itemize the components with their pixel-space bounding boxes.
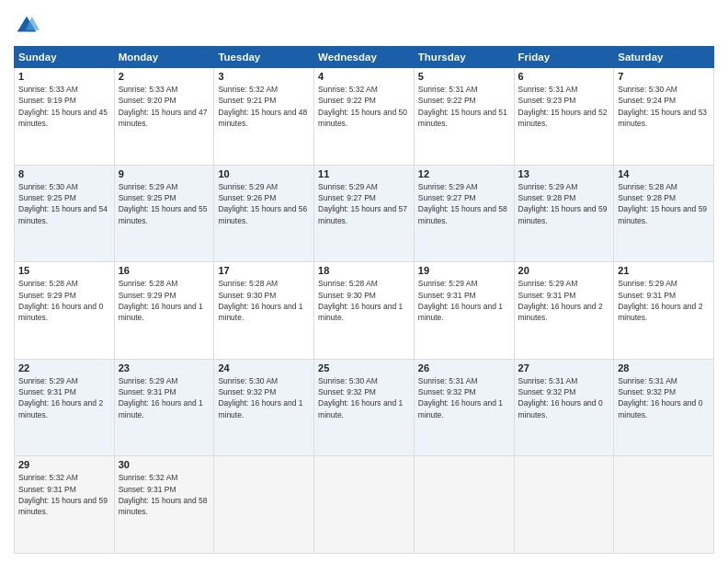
day-number: 6 [518, 71, 610, 82]
day-info: Sunrise: 5:29 AMSunset: 9:31 PMDaylight:… [518, 278, 610, 323]
calendar-cell: 26Sunrise: 5:31 AMSunset: 9:32 PMDayligh… [414, 359, 514, 456]
day-number: 17 [218, 265, 310, 276]
day-number: 19 [418, 265, 510, 276]
day-number: 22 [18, 362, 110, 373]
calendar-cell: 30Sunrise: 5:32 AMSunset: 9:31 PMDayligh… [114, 456, 214, 554]
day-number: 12 [418, 168, 510, 179]
day-info: Sunrise: 5:29 AMSunset: 9:31 PMDaylight:… [18, 375, 110, 420]
calendar-week-5: 29Sunrise: 5:32 AMSunset: 9:31 PMDayligh… [15, 456, 714, 554]
calendar-week-2: 8Sunrise: 5:30 AMSunset: 9:25 PMDaylight… [15, 165, 714, 262]
day-number: 25 [318, 362, 410, 373]
calendar-cell: 18Sunrise: 5:28 AMSunset: 9:30 PMDayligh… [314, 262, 415, 360]
day-number: 3 [218, 71, 310, 82]
day-number: 29 [18, 459, 110, 470]
calendar-week-4: 22Sunrise: 5:29 AMSunset: 9:31 PMDayligh… [15, 359, 714, 456]
calendar-cell: 22Sunrise: 5:29 AMSunset: 9:31 PMDayligh… [15, 359, 115, 456]
logo-icon [14, 13, 40, 39]
day-info: Sunrise: 5:29 AMSunset: 9:31 PMDaylight:… [119, 375, 210, 420]
day-info: Sunrise: 5:32 AMSunset: 9:21 PMDaylight:… [218, 84, 310, 129]
day-info: Sunrise: 5:29 AMSunset: 9:31 PMDaylight:… [418, 278, 510, 323]
day-info: Sunrise: 5:31 AMSunset: 9:23 PMDaylight:… [518, 84, 610, 129]
day-number: 10 [218, 168, 310, 179]
calendar-cell: 7Sunrise: 5:30 AMSunset: 9:24 PMDaylight… [614, 68, 714, 166]
calendar-cell [214, 456, 314, 554]
day-info: Sunrise: 5:28 AMSunset: 9:29 PMDaylight:… [119, 278, 210, 323]
day-info: Sunrise: 5:33 AMSunset: 9:20 PMDaylight:… [119, 84, 210, 129]
day-info: Sunrise: 5:31 AMSunset: 9:32 PMDaylight:… [418, 375, 510, 420]
day-info: Sunrise: 5:28 AMSunset: 9:30 PMDaylight:… [318, 278, 410, 323]
day-number: 8 [18, 168, 110, 179]
day-info: Sunrise: 5:29 AMSunset: 9:28 PMDaylight:… [518, 181, 610, 226]
day-number: 11 [318, 168, 410, 179]
calendar-cell: 5Sunrise: 5:31 AMSunset: 9:22 PMDaylight… [414, 68, 514, 166]
day-number: 21 [618, 265, 710, 276]
calendar-cell: 3Sunrise: 5:32 AMSunset: 9:21 PMDaylight… [214, 68, 314, 166]
day-number: 5 [418, 71, 510, 82]
weekday-header-wednesday: Wednesday [314, 47, 415, 68]
day-number: 16 [119, 265, 210, 276]
day-number: 15 [18, 265, 110, 276]
calendar-cell: 23Sunrise: 5:29 AMSunset: 9:31 PMDayligh… [114, 359, 214, 456]
calendar-cell: 17Sunrise: 5:28 AMSunset: 9:30 PMDayligh… [214, 262, 314, 360]
day-number: 13 [518, 168, 610, 179]
day-info: Sunrise: 5:29 AMSunset: 9:31 PMDaylight:… [618, 278, 710, 323]
calendar-cell: 13Sunrise: 5:29 AMSunset: 9:28 PMDayligh… [514, 165, 614, 262]
calendar-cell: 25Sunrise: 5:30 AMSunset: 9:32 PMDayligh… [314, 359, 415, 456]
calendar-cell [414, 456, 514, 554]
calendar-week-3: 15Sunrise: 5:28 AMSunset: 9:29 PMDayligh… [15, 262, 714, 360]
day-number: 30 [119, 459, 210, 470]
calendar-cell: 20Sunrise: 5:29 AMSunset: 9:31 PMDayligh… [514, 262, 614, 360]
calendar-cell: 8Sunrise: 5:30 AMSunset: 9:25 PMDaylight… [15, 165, 115, 262]
calendar-cell: 19Sunrise: 5:29 AMSunset: 9:31 PMDayligh… [414, 262, 514, 360]
calendar-cell [314, 456, 415, 554]
calendar-cell: 15Sunrise: 5:28 AMSunset: 9:29 PMDayligh… [15, 262, 115, 360]
calendar-cell [514, 456, 614, 554]
day-info: Sunrise: 5:30 AMSunset: 9:25 PMDaylight:… [18, 181, 110, 226]
day-number: 27 [518, 362, 610, 373]
day-info: Sunrise: 5:33 AMSunset: 9:19 PMDaylight:… [18, 84, 110, 129]
calendar-cell: 12Sunrise: 5:29 AMSunset: 9:27 PMDayligh… [414, 165, 514, 262]
weekday-header-sunday: Sunday [15, 47, 115, 68]
weekday-header-tuesday: Tuesday [214, 47, 314, 68]
day-info: Sunrise: 5:32 AMSunset: 9:22 PMDaylight:… [318, 84, 410, 129]
weekday-header-friday: Friday [514, 47, 614, 68]
day-info: Sunrise: 5:30 AMSunset: 9:32 PMDaylight:… [318, 375, 410, 420]
day-info: Sunrise: 5:28 AMSunset: 9:30 PMDaylight:… [218, 278, 310, 323]
calendar-cell [614, 456, 714, 554]
weekday-header-saturday: Saturday [614, 47, 714, 68]
calendar-cell: 21Sunrise: 5:29 AMSunset: 9:31 PMDayligh… [614, 262, 714, 360]
header [14, 9, 714, 39]
calendar-cell: 14Sunrise: 5:28 AMSunset: 9:28 PMDayligh… [614, 165, 714, 262]
calendar-cell: 10Sunrise: 5:29 AMSunset: 9:26 PMDayligh… [214, 165, 314, 262]
day-info: Sunrise: 5:30 AMSunset: 9:24 PMDaylight:… [618, 84, 710, 129]
weekday-header-thursday: Thursday [414, 47, 514, 68]
day-number: 14 [618, 168, 710, 179]
day-info: Sunrise: 5:30 AMSunset: 9:32 PMDaylight:… [218, 375, 310, 420]
day-info: Sunrise: 5:32 AMSunset: 9:31 PMDaylight:… [119, 472, 210, 517]
day-number: 9 [119, 168, 210, 179]
day-number: 1 [18, 71, 110, 82]
calendar-cell: 24Sunrise: 5:30 AMSunset: 9:32 PMDayligh… [214, 359, 314, 456]
day-number: 24 [218, 362, 310, 373]
day-number: 4 [318, 71, 410, 82]
day-info: Sunrise: 5:29 AMSunset: 9:27 PMDaylight:… [318, 181, 410, 226]
calendar-table: SundayMondayTuesdayWednesdayThursdayFrid… [14, 46, 714, 554]
day-info: Sunrise: 5:31 AMSunset: 9:22 PMDaylight:… [418, 84, 510, 129]
day-number: 28 [618, 362, 710, 373]
day-info: Sunrise: 5:31 AMSunset: 9:32 PMDaylight:… [618, 375, 710, 420]
calendar-cell: 28Sunrise: 5:31 AMSunset: 9:32 PMDayligh… [614, 359, 714, 456]
day-info: Sunrise: 5:28 AMSunset: 9:28 PMDaylight:… [618, 181, 710, 226]
calendar-cell: 16Sunrise: 5:28 AMSunset: 9:29 PMDayligh… [114, 262, 214, 360]
calendar-cell: 29Sunrise: 5:32 AMSunset: 9:31 PMDayligh… [15, 456, 115, 554]
day-info: Sunrise: 5:29 AMSunset: 9:27 PMDaylight:… [418, 181, 510, 226]
calendar-cell: 1Sunrise: 5:33 AMSunset: 9:19 PMDaylight… [15, 68, 115, 166]
calendar-cell: 9Sunrise: 5:29 AMSunset: 9:25 PMDaylight… [114, 165, 214, 262]
day-number: 23 [119, 362, 210, 373]
calendar-week-1: 1Sunrise: 5:33 AMSunset: 9:19 PMDaylight… [15, 68, 714, 166]
day-number: 18 [318, 265, 410, 276]
day-number: 7 [618, 71, 710, 82]
day-info: Sunrise: 5:29 AMSunset: 9:25 PMDaylight:… [119, 181, 210, 226]
logo [14, 13, 43, 39]
weekday-header-row: SundayMondayTuesdayWednesdayThursdayFrid… [15, 47, 714, 68]
day-number: 20 [518, 265, 610, 276]
